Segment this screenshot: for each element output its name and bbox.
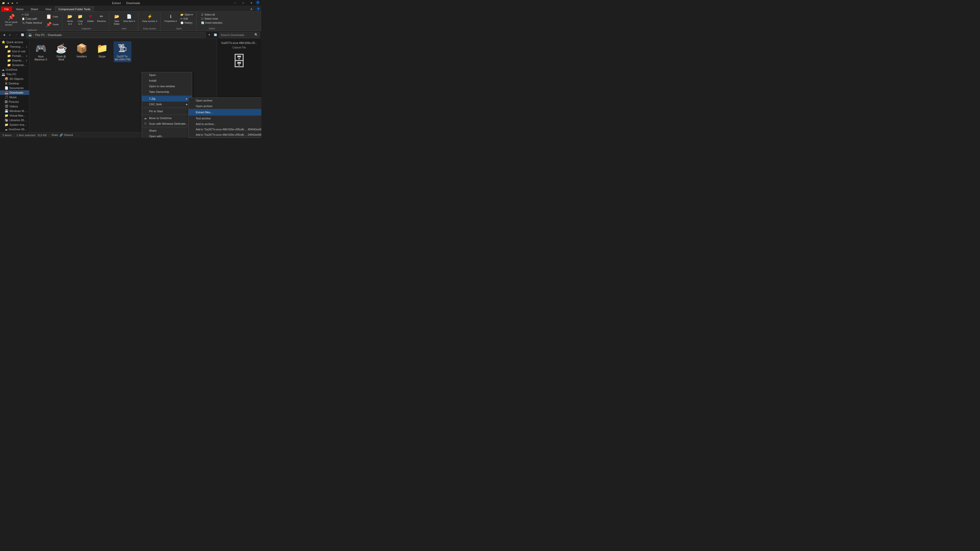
- sidebar-item-theming[interactable]: 📁 Theming Stuf ❯: [0, 44, 29, 49]
- sidebar-item-screenshots[interactable]: 📁 Screenshots: [0, 63, 29, 67]
- paste-icon: 📌: [46, 22, 52, 27]
- sidebar-item-icon-in-use[interactable]: 📁 Icon in use: [0, 49, 29, 54]
- address-bar[interactable]: 💻 › This PC › Downloads: [26, 32, 206, 38]
- ctx-add-zip[interactable]: Add to "f1a2677e-ecce-49bf-926e-c5f5cdfc…: [189, 132, 261, 138]
- file-item-geek[interactable]: ☕ Geek @ Work: [52, 41, 70, 62]
- paste-btn[interactable]: 📌 Paste: [45, 21, 60, 28]
- select-all-btn[interactable]: ☑ Select all: [200, 13, 224, 17]
- properties-btn[interactable]: ℹ Properties ▾: [164, 13, 178, 23]
- ctx-add-7z[interactable]: Add to "f1a2677e-ecce-49bf-926e-c5f5cdfc…: [189, 127, 261, 132]
- rename-btn[interactable]: ✏ Rename: [96, 13, 107, 23]
- ctx-open[interactable]: Open: [142, 72, 192, 78]
- ctx-open-with[interactable]: Open with...: [142, 133, 192, 138]
- sidebar: ⭐ Quick access 📁 Theming Stuf ❯ 📁 Icon i…: [0, 39, 29, 137]
- preview-type: Cabinet File: [232, 46, 246, 49]
- file-item-cabinet[interactable]: 🗜 f1a2677e-9bf-c994-f790: [114, 41, 131, 62]
- history-btn[interactable]: 🕐 History: [179, 21, 194, 25]
- sidebar-item-downloads-quick[interactable]: 📁 Downloads ❯: [0, 58, 29, 63]
- open-stack: 📂 Open ▾ ✏ Edit 🕐 History: [179, 13, 194, 25]
- move-to-btn[interactable]: 📂 Moveto ▾: [65, 13, 75, 26]
- sidebar-item-music[interactable]: 🎵 Music: [0, 95, 29, 100]
- ribbon-collapse-btn[interactable]: ∧: [248, 6, 255, 11]
- file-item-asus[interactable]: 🎮 Asus Maximus X: [32, 41, 50, 62]
- organize-content: 📂 Moveto ▾ 📁 Copyto ▾ ✕ Delete ✏ Rename: [65, 13, 107, 27]
- invert-selection-btn[interactable]: 🔄 Invert selection: [200, 21, 224, 25]
- new-folder-icon: 📂: [114, 13, 120, 19]
- copy-to-btn[interactable]: 📁 Copyto ▾: [76, 13, 85, 26]
- downloads-quick-icon: 📁: [7, 59, 11, 62]
- status-size: 313 KB: [37, 134, 46, 137]
- refresh-button[interactable]: 🔄: [20, 32, 25, 38]
- sidebar-item-this-pc[interactable]: 💻 This PC: [0, 72, 29, 76]
- ctx-open-archive-sub[interactable]: Open archive ▶: [189, 98, 261, 103]
- copy-path-btn[interactable]: 📋 Copy path: [20, 17, 44, 21]
- ctx-7zip[interactable]: 7-Zip ▶: [142, 96, 192, 102]
- sidebar-item-downloads[interactable]: 📥 Downloads: [0, 90, 29, 95]
- ctx-extract-files[interactable]: Extract files... 3: [189, 109, 261, 116]
- pin-quick-access-btn[interactable]: 📌 Pin to Quickaccess: [3, 13, 19, 27]
- ctx-move-onedrive[interactable]: ☁ Move to OneDrive: [142, 115, 192, 121]
- open-content: ℹ Properties ▾ 📂 Open ▾ ✏ Edit 🕐 History: [164, 13, 194, 27]
- edit-btn[interactable]: ✏ Edit: [179, 17, 194, 21]
- help-button[interactable]: ?: [256, 0, 260, 5]
- sidebar-item-onedrive-850[interactable]: ☁ OneDrive 850EV: [0, 127, 29, 132]
- sidebar-item-portable[interactable]: 📁 Portable apps ❯: [0, 54, 29, 58]
- tab-home[interactable]: Home: [13, 6, 27, 11]
- new-folder-btn[interactable]: 📂 Newfolder: [112, 13, 121, 26]
- address-refresh[interactable]: 🔄: [213, 32, 218, 38]
- ctx-install[interactable]: Install: [142, 78, 192, 83]
- minimize-button[interactable]: ─: [231, 0, 239, 6]
- paste-shortcut-btn[interactable]: 📎 Paste shortcut: [20, 21, 44, 25]
- sidebar-item-virtual-machines[interactable]: 📁 Virtual Machines: [0, 113, 29, 118]
- file-item-installers[interactable]: 📦 Installers: [73, 41, 91, 62]
- up-button[interactable]: ↑: [14, 32, 19, 38]
- maximize-button[interactable]: □: [239, 0, 247, 6]
- ctx-pin-start[interactable]: Pin to Start: [142, 108, 192, 114]
- sidebar-item-libraries[interactable]: 📚 Libraries 850EVO: [0, 118, 29, 122]
- organize-label: Organize: [65, 27, 107, 30]
- sidebar-item-documents[interactable]: 📄 Documents: [0, 86, 29, 90]
- tab-view[interactable]: View: [42, 6, 55, 11]
- tab-compressed[interactable]: Compressed Folder Tools: [55, 6, 94, 11]
- sidebar-item-videos[interactable]: 🎬 Videos: [0, 104, 29, 109]
- status-state: State: 🔗 Shared: [51, 133, 73, 137]
- sidebar-item-quick-access[interactable]: ⭐ Quick access: [0, 40, 29, 44]
- onedrive-ctx-icon: ☁: [144, 117, 147, 120]
- copy-btn[interactable]: 📋 Copy: [45, 13, 60, 21]
- ctx-add-archive[interactable]: Add to archive...: [189, 121, 261, 127]
- open-btn[interactable]: 📂 Open ▾: [179, 13, 194, 17]
- ribbon-help-btn[interactable]: ?: [256, 7, 260, 11]
- ctx-share[interactable]: Share: [142, 128, 192, 133]
- forward-icon: ▶: [11, 1, 14, 5]
- cut-btn[interactable]: ✂ Cut: [20, 13, 44, 17]
- ctx-crc-sha[interactable]: CRC SHA ▶: [142, 102, 192, 107]
- back-button[interactable]: ◀: [2, 32, 6, 38]
- select-none-btn[interactable]: ☐ Select none: [200, 17, 224, 21]
- search-box[interactable]: Search Downloads 🔍: [219, 32, 260, 38]
- ctx-open-new-window[interactable]: Open in new window: [142, 83, 192, 89]
- clipboard-stack2: 📋 Copy 📌 Paste: [45, 13, 60, 28]
- select-none-icon: ☐: [201, 17, 204, 20]
- file-item-skype[interactable]: 📁 Skype: [93, 41, 111, 62]
- ctx-take-ownership[interactable]: Take Ownership: [142, 89, 192, 95]
- sidebar-item-desktop[interactable]: 🖥 Desktop: [0, 81, 29, 86]
- address-dropdown[interactable]: ▼: [207, 32, 212, 38]
- ctx-open-archive[interactable]: Open archive: [189, 103, 261, 109]
- forward-button[interactable]: ▶: [8, 32, 13, 38]
- clipboard-stack: ✂ Cut 📋 Copy path 📎 Paste shortcut: [20, 13, 44, 25]
- window-controls: ─ □ ✕ ?: [231, 0, 260, 6]
- sidebar-item-pictures[interactable]: 🖼 Pictures: [0, 100, 29, 104]
- sidebar-item-system-images[interactable]: 📁 System Images H: [0, 122, 29, 127]
- sidebar-item-windows-m2[interactable]: 💾 Windows M.2 (C:: [0, 109, 29, 113]
- new-content: 📂 Newfolder 📄 New item ▾: [112, 13, 136, 27]
- easy-access-btn[interactable]: ⚡ Easy access ▾: [142, 13, 158, 23]
- ctx-scan[interactable]: 🛡 Scan with Windows Defender...: [142, 121, 192, 127]
- tab-share[interactable]: Share: [27, 6, 41, 11]
- new-item-btn[interactable]: 📄 New item ▾: [123, 13, 136, 23]
- ctx-test-archive[interactable]: Test archive: [189, 116, 261, 121]
- tab-file[interactable]: File: [1, 6, 12, 11]
- sidebar-item-onedrive[interactable]: ☁ OneDrive: [0, 67, 29, 72]
- close-button[interactable]: ✕: [248, 0, 255, 6]
- sidebar-item-3d-objects[interactable]: 📦 3D Objects: [0, 76, 29, 81]
- delete-btn[interactable]: ✕ Delete: [86, 13, 95, 23]
